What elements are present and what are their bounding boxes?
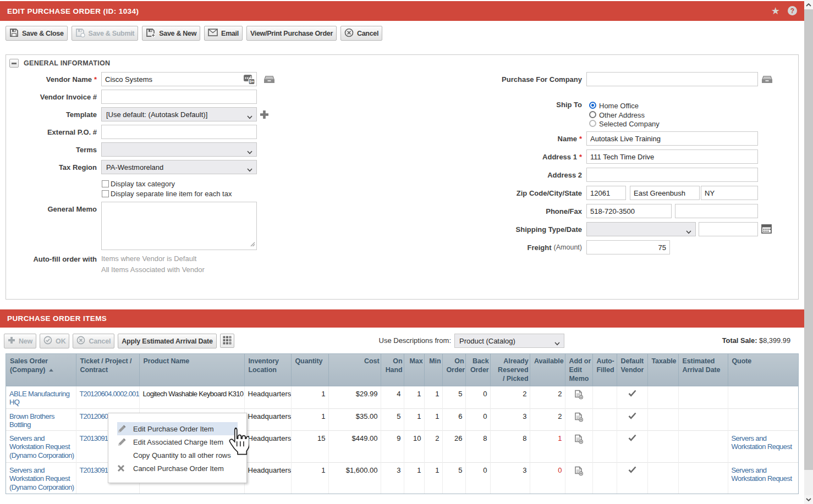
display-separate-line-checkbox[interactable] bbox=[102, 190, 109, 197]
col-header-ticket-project-contract[interactable]: Ticket / Project / Contract bbox=[76, 354, 139, 386]
col-header-sales-order[interactable]: Sales Order (Company) bbox=[6, 354, 76, 386]
col-header-on-order[interactable]: On Order bbox=[442, 354, 465, 386]
save-new-button[interactable]: Save & New bbox=[142, 26, 200, 41]
scrollbar-down-button[interactable] bbox=[804, 495, 813, 504]
tax-region-select[interactable]: PA-Westmoreland bbox=[101, 160, 257, 174]
fax-input[interactable] bbox=[675, 204, 758, 218]
col-header-inventory-location[interactable]: Inventory Location bbox=[244, 354, 291, 386]
cell-on-order: 5 bbox=[442, 386, 465, 408]
city-input[interactable] bbox=[630, 186, 700, 200]
cell-on-order: 6 bbox=[442, 408, 465, 430]
ship-to-other-address-radio[interactable] bbox=[589, 111, 596, 118]
cell-text: 10 bbox=[413, 434, 421, 442]
cancel-edit-button[interactable]: Cancel bbox=[73, 334, 114, 348]
ticket-link[interactable]: T20120604 bbox=[80, 412, 112, 420]
col-header-add-edit-memo[interactable]: Add or Edit Memo bbox=[565, 354, 592, 386]
menu-item-cancel-purchase-order-item[interactable]: Cancel Purchase Order Item bbox=[117, 462, 238, 475]
ticket-link[interactable]: T20120604.0002.001 bbox=[80, 390, 139, 398]
add-edit-memo-icon[interactable] bbox=[574, 393, 584, 401]
col-header-max[interactable]: Max bbox=[404, 354, 424, 386]
resize-grip-icon[interactable] bbox=[250, 240, 255, 248]
ok-button[interactable]: OK bbox=[40, 334, 69, 348]
general-memo-textarea[interactable] bbox=[101, 202, 257, 250]
vendor-history-drawer-icon[interactable] bbox=[263, 75, 275, 85]
col-header-back-order[interactable]: Back Order bbox=[465, 354, 490, 386]
col-header-taxable[interactable]: Taxable bbox=[647, 354, 678, 386]
shipping-date-input[interactable] bbox=[699, 222, 758, 236]
use-descriptions-from-select[interactable]: Product (Catalog) bbox=[454, 334, 564, 348]
col-header-min[interactable]: Min bbox=[424, 354, 442, 386]
scrollbar-thumb[interactable] bbox=[804, 9, 813, 470]
ticket-link[interactable]: T20130910 bbox=[80, 466, 112, 474]
ship-to-selected-company-radio[interactable] bbox=[589, 120, 596, 127]
calendar-icon[interactable] bbox=[761, 224, 772, 235]
col-header-quantity[interactable]: Quantity bbox=[291, 354, 328, 386]
ticket-link[interactable]: T20130910 bbox=[80, 434, 112, 442]
add-edit-memo-icon[interactable] bbox=[574, 469, 584, 478]
company-link[interactable]: Servers and Workstation Request (Dynamo … bbox=[9, 434, 74, 459]
col-header-on-hand[interactable]: On Hand bbox=[381, 354, 404, 386]
col-header-default-vendor[interactable]: Default Vendor bbox=[617, 354, 647, 386]
col-header-estimated-arrival-date[interactable]: Estimated Arrival Date bbox=[678, 354, 728, 386]
col-header-available[interactable]: Available bbox=[530, 354, 565, 386]
email-button[interactable]: Email bbox=[204, 26, 243, 41]
save-submit-button[interactable]: Save & Submit bbox=[72, 26, 139, 41]
ship-to-home-office-radio[interactable] bbox=[589, 102, 596, 109]
company-drawer-icon[interactable] bbox=[761, 75, 773, 85]
field-label-text: Address 1 bbox=[542, 153, 577, 161]
collapse-section-button[interactable] bbox=[9, 59, 19, 68]
company-link[interactable]: ABLE Manufacturing HQ bbox=[9, 390, 69, 407]
ship-name-label: Name* bbox=[424, 131, 582, 146]
col-header-label: Default Vendor bbox=[621, 357, 644, 374]
company-link[interactable]: Servers and Workstation Request (Dynamo … bbox=[9, 466, 74, 491]
address2-input[interactable] bbox=[586, 168, 758, 182]
favorite-star-icon[interactable]: ★ bbox=[771, 5, 780, 17]
shipping-type-date-label: Shipping Type/Date bbox=[424, 222, 582, 236]
vendor-data-selector-icon[interactable]: 9+ bbox=[243, 73, 255, 87]
template-select[interactable]: [Use default: (Autotask Default)] bbox=[101, 107, 257, 121]
phone-input[interactable] bbox=[586, 204, 672, 218]
quote-link[interactable]: Servers and Workstation Request bbox=[732, 466, 792, 483]
menu-item-edit-associated-charge-item[interactable]: Edit Associated Charge Item bbox=[117, 435, 238, 448]
col-header-auto-filled[interactable]: Auto- Filled bbox=[592, 354, 617, 386]
external-po-input[interactable] bbox=[101, 125, 257, 139]
new-item-button[interactable]: New bbox=[4, 334, 36, 348]
freight-input[interactable] bbox=[586, 240, 670, 254]
col-header-cost[interactable]: Cost bbox=[328, 354, 381, 386]
view-print-button[interactable]: View/Print Purchase Order bbox=[246, 26, 337, 41]
vendor-name-input[interactable] bbox=[101, 72, 257, 86]
add-edit-memo-icon[interactable] bbox=[574, 416, 584, 424]
cell-text: $1,600.00 bbox=[346, 466, 378, 474]
help-icon[interactable]: ? bbox=[788, 6, 797, 15]
purchase-for-company-input[interactable] bbox=[586, 72, 758, 86]
cell-max: 1 bbox=[404, 408, 424, 430]
add-edit-memo-icon[interactable] bbox=[574, 437, 584, 446]
save-close-button[interactable]: Save & Close bbox=[6, 26, 68, 41]
col-header-label: Quote bbox=[732, 357, 752, 365]
ship-name-input[interactable] bbox=[586, 131, 758, 146]
vendor-invoice-input[interactable] bbox=[101, 90, 257, 104]
col-header-quote[interactable]: Quote bbox=[728, 354, 798, 386]
apply-estimated-arrival-date-button[interactable]: Apply Estimated Arrival Date bbox=[118, 334, 217, 348]
address1-input[interactable] bbox=[586, 149, 758, 164]
shipping-type-select[interactable] bbox=[586, 222, 696, 236]
terms-select[interactable] bbox=[101, 142, 257, 157]
state-input[interactable] bbox=[701, 186, 758, 200]
email-label: Email bbox=[221, 30, 239, 37]
menu-item-copy-quantity[interactable]: Copy Quantity to all other rows bbox=[117, 448, 238, 462]
autofill-all-items-link[interactable]: All Items Associated with Vendor bbox=[101, 265, 205, 274]
quote-link[interactable]: Servers and Workstation Request bbox=[732, 434, 792, 451]
col-header-label: Product Name bbox=[144, 357, 190, 365]
cancel-button[interactable]: Cancel bbox=[340, 26, 382, 41]
menu-item-edit-purchase-order-item[interactable]: Edit Purchase Order Item bbox=[117, 422, 238, 435]
scrollbar-up-button[interactable] bbox=[804, 0, 813, 9]
add-template-button[interactable] bbox=[260, 110, 269, 121]
col-header-already-reserved[interactable]: Already Reserved / Picked bbox=[490, 354, 530, 386]
column-chooser-button[interactable] bbox=[220, 334, 234, 348]
company-link[interactable]: Brown Brothers Bottling bbox=[9, 412, 54, 429]
zip-input[interactable] bbox=[586, 186, 626, 200]
autofill-items-default-link[interactable]: Items where Vendor is Default bbox=[101, 254, 196, 263]
vertical-scrollbar[interactable] bbox=[804, 0, 813, 504]
display-tax-category-checkbox[interactable] bbox=[102, 180, 109, 187]
col-header-product-name[interactable]: Product Name bbox=[139, 354, 244, 386]
